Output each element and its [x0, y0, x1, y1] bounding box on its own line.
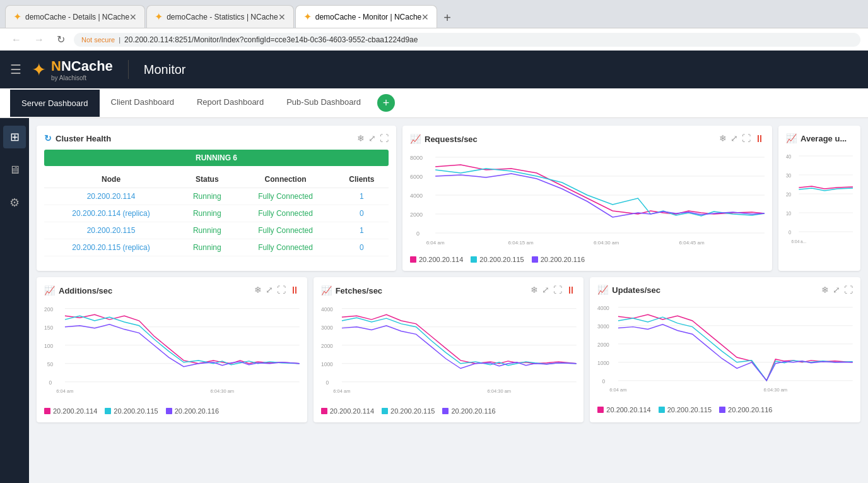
tab-close-2[interactable]: ✕ [278, 12, 286, 22]
average-header: 📈 Average u... [786, 133, 853, 143]
fullscreen-icon-upd[interactable]: ⛶ [844, 285, 853, 295]
updates-legend: 20.200.20.114 20.200.20.115 20.200.20.11… [597, 406, 853, 414]
pause-icon-req[interactable]: ⏸ [754, 133, 765, 145]
chart-icon-add: 📈 [44, 285, 55, 295]
logo-area: ✦ NNCache by Alachisoft [32, 58, 113, 81]
fetches-chart-container: 4000 3000 2000 1000 0 6:04 am 6:04:30 am [321, 302, 577, 403]
tab-server-dashboard[interactable]: Server Dashboard [10, 90, 100, 117]
svg-text:0: 0 [326, 379, 329, 386]
cluster-health-header: ↻ Cluster Health ❄ ⤢ ⛶ [44, 133, 389, 143]
fullscreen-icon-add[interactable]: ⛶ [277, 285, 286, 296]
pause-icon-add[interactable]: ⏸ [290, 285, 300, 296]
tab-client-dashboard[interactable]: Client Dashboard [100, 88, 185, 117]
additions-chart-container: 200 150 100 50 0 6:04 am 6:04:30 am [44, 302, 300, 403]
svg-text:6:04:30 am: 6:04:30 am [487, 388, 511, 394]
cluster-health-controls[interactable]: ❄ ⤢ ⛶ [357, 133, 389, 143]
svg-text:10: 10 [786, 210, 792, 217]
new-tab-button[interactable]: + [438, 8, 456, 28]
logo-sub: by Alachisoft [51, 75, 113, 81]
legend-115: 20.200.20.115 [471, 256, 524, 263]
svg-text:20: 20 [786, 191, 792, 198]
svg-text:2000: 2000 [321, 343, 333, 349]
svg-text:0: 0 [49, 379, 52, 386]
add-dot-pink [44, 408, 50, 414]
node-link[interactable]: 20.200.20.115 (replica) [44, 239, 178, 256]
back-button[interactable]: ← [8, 33, 25, 47]
browser-tab-3[interactable]: ✦ demoCache - Monitor | NCache ✕ [295, 5, 438, 28]
svg-text:150: 150 [44, 324, 53, 330]
fetches-controls[interactable]: ❄ ⤢ ⛶ ⏸ [531, 285, 576, 296]
sidebar-item-grid[interactable]: ⊞ [3, 126, 26, 148]
col-connection: Connection [236, 171, 334, 188]
svg-text:6000: 6000 [410, 174, 423, 180]
node-status: Running [178, 239, 236, 256]
fullscreen-icon[interactable]: ⛶ [380, 133, 389, 143]
node-status: Running [178, 205, 236, 222]
tab-pubsub-dashboard[interactable]: Pub-Sub Dashboard [275, 88, 372, 117]
svg-text:0: 0 [789, 229, 791, 236]
sidebar-item-settings[interactable]: ⚙ [3, 191, 26, 214]
browser-tab-2[interactable]: ✦ demoCache - Statistics | NCache ✕ [146, 5, 294, 28]
cluster-table-row: 20.200.20.114 (replica) Running Fully Co… [44, 205, 389, 222]
additions-chart-svg: 200 150 100 50 0 6:04 am 6:04:30 am [44, 302, 300, 397]
average-chart-card: 📈 Average u... 40 30 20 10 [778, 126, 860, 271]
snowflake-icon-upd[interactable]: ❄ [821, 285, 829, 295]
fetch-legend-114: 20.200.20.114 [321, 407, 374, 415]
svg-text:50: 50 [47, 361, 54, 367]
additions-chart-card: 📈 Additions/sec ❄ ⤢ ⛶ ⏸ [37, 277, 307, 422]
svg-text:2000: 2000 [597, 342, 609, 348]
additions-controls[interactable]: ❄ ⤢ ⛶ ⏸ [254, 285, 300, 296]
hamburger-menu[interactable]: ☰ [10, 62, 21, 77]
upd-legend-115: 20.200.20.115 [659, 406, 712, 414]
cluster-health-card: ↻ Cluster Health ❄ ⤢ ⛶ RUNNING 6 Node St… [37, 126, 396, 271]
fullscreen-icon-fetch[interactable]: ⛶ [553, 285, 562, 296]
add-dashboard-button[interactable]: + [377, 94, 395, 112]
pause-icon-fetch[interactable]: ⏸ [566, 285, 576, 296]
cluster-table: Node Status Connection Clients 20.200.20… [44, 171, 389, 256]
node-link[interactable]: 20.200.20.114 (replica) [44, 205, 178, 222]
requests-chart-svg: 8000 6000 4000 2000 0 6:04 am 6:04:15 [410, 151, 765, 246]
svg-text:4000: 4000 [321, 306, 333, 312]
address-bar: ← → ↻ Not secure | 20.200.20.114:8251/Mo… [0, 28, 868, 51]
updates-chart-card: 📈 Updates/sec ❄ ⤢ ⛶ [590, 277, 860, 422]
requests-controls[interactable]: ❄ ⤢ ⛶ ⏸ [719, 133, 765, 145]
average-title: 📈 Average u... [786, 133, 847, 143]
upd-legend-116: 20.200.20.116 [719, 406, 772, 414]
browser-tab-1[interactable]: ✦ demoCache - Details | NCache ✕ [5, 5, 145, 28]
svg-text:1000: 1000 [597, 360, 609, 366]
reload-button[interactable]: ↻ [53, 32, 69, 47]
col-node: Node [44, 171, 178, 188]
node-clients: 1 [335, 222, 389, 239]
tab-close-1[interactable]: ✕ [129, 12, 137, 22]
sidebar-item-monitor[interactable]: 🖥 [3, 158, 26, 181]
snowflake-icon[interactable]: ❄ [357, 133, 365, 143]
fetch-legend-116: 20.200.20.116 [442, 407, 495, 415]
expand-icon[interactable]: ⤢ [368, 133, 376, 143]
legend-114: 20.200.20.114 [410, 256, 463, 263]
fullscreen-icon-req[interactable]: ⛶ [742, 133, 751, 145]
node-connection: Fully Connected [236, 222, 334, 239]
main-content: ↻ Cluster Health ❄ ⤢ ⛶ RUNNING 6 Node St… [29, 118, 868, 483]
expand-icon-fetch[interactable]: ⤢ [542, 285, 549, 296]
avg-chart-svg: 40 30 20 10 0 6:04 a... [786, 150, 853, 244]
node-link[interactable]: 20.200.20.115 [44, 222, 178, 239]
snowflake-icon-req[interactable]: ❄ [719, 133, 727, 145]
add-legend-116: 20.200.20.116 [166, 407, 219, 415]
updates-controls[interactable]: ❄ ⤢ ⛶ [821, 285, 853, 295]
forward-button[interactable]: → [30, 33, 48, 47]
snowflake-icon-fetch[interactable]: ❄ [531, 285, 538, 296]
svg-text:6:04:30 am: 6:04:30 am [764, 387, 788, 393]
url-box[interactable]: Not secure | 20.200.20.114:8251/Monitor/… [74, 33, 860, 47]
svg-text:2000: 2000 [410, 212, 423, 218]
expand-icon-add[interactable]: ⤢ [266, 285, 273, 296]
updates-title: 📈 Updates/sec [597, 285, 660, 295]
fetch-dot-purple [442, 408, 449, 414]
tab-close-3[interactable]: ✕ [421, 12, 429, 22]
svg-text:6:04:30 am: 6:04:30 am [211, 388, 235, 394]
expand-icon-req[interactable]: ⤢ [730, 133, 738, 145]
cluster-table-row: 20.200.20.115 (replica) Running Fully Co… [44, 239, 389, 256]
expand-icon-upd[interactable]: ⤢ [833, 285, 840, 295]
tab-report-dashboard[interactable]: Report Dashboard [185, 88, 275, 117]
snowflake-icon-add[interactable]: ❄ [254, 285, 262, 296]
node-link[interactable]: 20.200.20.114 [44, 188, 178, 205]
